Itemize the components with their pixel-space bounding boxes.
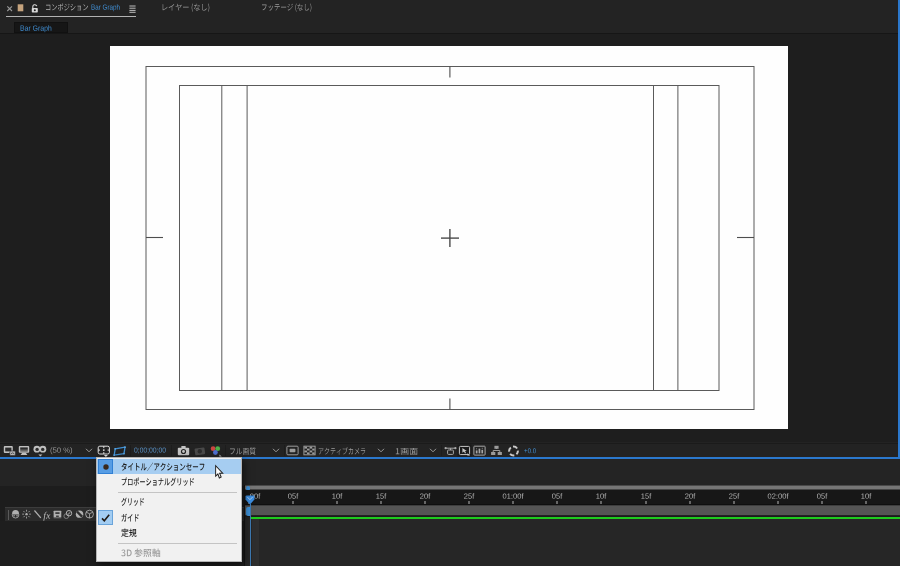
viewer-tab-bar-graph[interactable] (14, 22, 68, 33)
ruler-label (861, 491, 872, 501)
ruler-label (767, 491, 788, 501)
ruler-tick (469, 501, 470, 504)
ruler-tick (557, 501, 558, 504)
collapse-transformations-icon[interactable] (22, 509, 32, 520)
ruler-tick (733, 501, 734, 504)
stereo-glasses-icon[interactable] (33, 445, 47, 457)
ruler-tick (689, 501, 690, 504)
show-snapshot-icon[interactable] (194, 446, 206, 456)
close-icon[interactable] (6, 5, 14, 13)
menu-item-gutter (98, 475, 113, 490)
shy-icon[interactable] (11, 509, 21, 520)
ruler-tick (777, 501, 778, 504)
ruler-label (376, 491, 387, 501)
menu-separator (118, 492, 237, 493)
ruler-label (817, 491, 828, 501)
menu-item-3D 参照軸 (97, 545, 241, 561)
ruler-tick (337, 501, 338, 504)
zoom-chevron-icon[interactable] (85, 448, 93, 453)
transparency-grid-icon[interactable] (303, 445, 316, 456)
unlock-icon[interactable] (31, 3, 39, 13)
composition-flowchart-icon[interactable] (490, 445, 503, 456)
grid-guides-options-icon[interactable] (97, 445, 111, 457)
region-of-interest-icon[interactable] (113, 446, 127, 456)
track-column-strip (252, 519, 259, 566)
pixel-aspect-correction-icon[interactable] (457, 444, 472, 457)
panel-tab-bar (0, 0, 900, 17)
fast-previews-icon[interactable] (473, 445, 486, 456)
channels-rgb-icon[interactable] (209, 445, 222, 457)
checkmark-icon (101, 514, 110, 522)
reset-exposure-icon[interactable] (507, 445, 520, 457)
resolution-chevron-icon[interactable] (272, 448, 280, 453)
radio-bullet-icon (103, 464, 109, 470)
divider (225, 445, 226, 456)
ruler-label (420, 491, 431, 501)
menu-item-gutter (98, 495, 113, 510)
time-ruler[interactable] (245, 490, 900, 505)
composition-viewer[interactable] (0, 34, 900, 442)
menu-item-定規[interactable] (97, 525, 241, 541)
after-effects-composition-panel (0, 0, 900, 566)
ruler-tick (865, 501, 866, 504)
ruler-label (728, 491, 739, 501)
menu-item-gutter (98, 526, 113, 541)
always-preview-icon[interactable] (3, 445, 16, 456)
quality-icon[interactable] (33, 509, 43, 520)
ruler-label (596, 491, 607, 501)
ruler-label (503, 491, 524, 501)
effects-icon[interactable] (43, 509, 53, 520)
composition-canvas[interactable] (110, 46, 788, 429)
composition-toolbar (0, 443, 900, 457)
panel-icon (17, 4, 24, 12)
ruler-tick (292, 501, 293, 504)
ruler-label (464, 491, 475, 501)
ruler-label (332, 491, 343, 501)
panel-menu-icon[interactable] (129, 5, 136, 13)
ruler-tick (601, 501, 602, 504)
view-chevron-icon[interactable] (377, 448, 385, 453)
menu-item-ガイド[interactable] (97, 510, 241, 526)
adjustment-layer-icon[interactable] (75, 509, 85, 520)
ruler-tick (513, 501, 514, 504)
divider (441, 445, 442, 456)
current-time-indicator-line (250, 504, 251, 566)
layout-chevron-icon[interactable] (429, 448, 437, 453)
ruler-label (640, 491, 651, 501)
motion-blur-icon[interactable] (63, 509, 73, 520)
divider (8, 510, 9, 520)
viewer-tab-strip (0, 17, 900, 34)
safe-guides-overlay (110, 46, 788, 429)
ruler-label (552, 491, 563, 501)
3d-layer-icon[interactable] (85, 509, 95, 520)
ruler-tick (381, 501, 382, 504)
mouse-cursor (215, 465, 225, 480)
ruler-tick (645, 501, 646, 504)
menu-item-gutter (98, 546, 113, 561)
ruler-label (684, 491, 695, 501)
ruler-label (288, 491, 299, 501)
snapshot-camera-icon[interactable] (177, 445, 190, 456)
divider (284, 445, 285, 456)
anchor-crosshair (441, 229, 459, 247)
divider (171, 445, 172, 456)
ruler-tick (425, 501, 426, 504)
divider (130, 445, 131, 456)
current-time-indicator-head[interactable] (245, 495, 255, 505)
target-region-icon[interactable] (286, 445, 299, 456)
ruler-tick (821, 501, 822, 504)
work-area-bar[interactable] (245, 505, 900, 515)
menu-separator (118, 543, 237, 544)
menu-item-グリッド[interactable] (97, 494, 241, 510)
main-viewer-icon[interactable] (18, 445, 30, 456)
share-view-options-icon[interactable] (444, 446, 457, 456)
timeline-track-area[interactable] (245, 519, 900, 566)
frame-blend-icon[interactable] (53, 509, 63, 520)
